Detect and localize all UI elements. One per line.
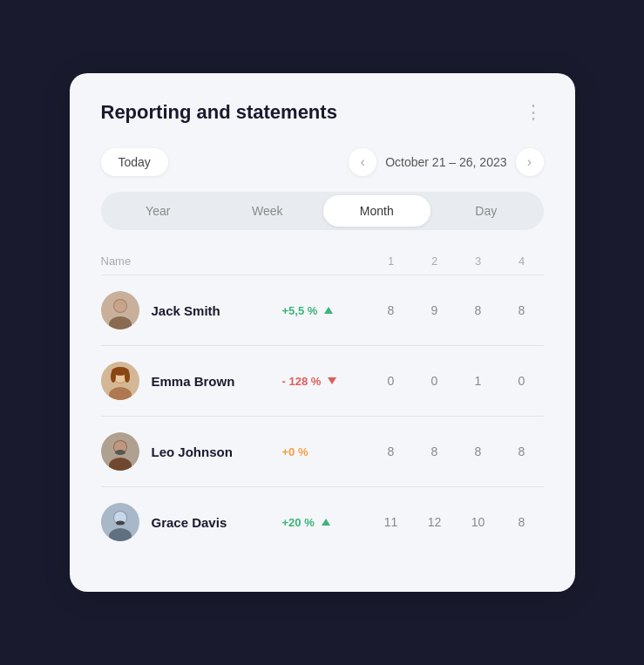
card-header: Reporting and statements ⋮ bbox=[101, 101, 544, 124]
person-name: Leo Johnson bbox=[152, 444, 233, 459]
person-info: Leo Johnson bbox=[101, 432, 282, 471]
avatar bbox=[101, 432, 139, 471]
svg-point-15 bbox=[115, 450, 125, 455]
col-2-header: 2 bbox=[413, 254, 457, 268]
cell-val-3: 1 bbox=[457, 374, 500, 388]
table-row: Jack Smith +5,5 % 8 9 8 8 bbox=[101, 275, 544, 346]
cell-val-4: 8 bbox=[500, 444, 544, 458]
cell-val-2: 8 bbox=[413, 444, 457, 458]
svg-point-20 bbox=[116, 521, 125, 526]
col-4-header: 4 bbox=[500, 254, 544, 268]
avatar bbox=[101, 362, 139, 400]
person-name: Emma Brown bbox=[152, 374, 235, 389]
person-info: Grace Davis bbox=[101, 503, 282, 541]
today-button[interactable]: Today bbox=[101, 148, 168, 176]
date-navigation: ‹ October 21 – 26, 2023 › bbox=[349, 148, 543, 176]
col-name-header: Name bbox=[101, 254, 282, 268]
cell-val-4: 8 bbox=[500, 303, 544, 317]
stat-badge: +0 % bbox=[282, 445, 369, 458]
tab-day[interactable]: Day bbox=[432, 195, 540, 227]
next-date-button[interactable]: › bbox=[516, 148, 544, 176]
cell-val-4: 0 bbox=[500, 374, 544, 388]
cell-val-3: 8 bbox=[457, 444, 500, 458]
svg-point-3 bbox=[114, 300, 126, 312]
cell-val-2: 9 bbox=[413, 303, 457, 317]
cell-val-1: 11 bbox=[369, 515, 413, 529]
cell-val-3: 8 bbox=[457, 303, 500, 317]
tab-week[interactable]: Week bbox=[214, 195, 322, 227]
avatar bbox=[101, 291, 139, 329]
stat-badge: - 128 % bbox=[282, 375, 369, 388]
more-options-icon[interactable]: ⋮ bbox=[524, 103, 544, 122]
cell-val-3: 10 bbox=[457, 515, 500, 529]
person-info: Jack Smith bbox=[101, 291, 282, 329]
controls-row: Today ‹ October 21 – 26, 2023 › bbox=[101, 148, 544, 176]
col-1-header: 1 bbox=[369, 254, 413, 268]
cell-val-1: 8 bbox=[369, 303, 413, 317]
col-3-header: 3 bbox=[457, 254, 500, 268]
page-title: Reporting and statements bbox=[101, 101, 337, 124]
cell-val-2: 12 bbox=[413, 515, 457, 529]
cell-val-2: 0 bbox=[413, 374, 457, 388]
date-range-label: October 21 – 26, 2023 bbox=[385, 155, 506, 169]
arrow-up-icon bbox=[322, 519, 330, 526]
cell-val-1: 0 bbox=[369, 374, 413, 388]
table-row: Leo Johnson +0 % 8 8 8 8 bbox=[101, 417, 544, 487]
table-header: Name 1 2 3 4 bbox=[101, 254, 544, 275]
svg-point-10 bbox=[125, 370, 130, 383]
period-tabs: Year Week Month Day bbox=[101, 192, 544, 230]
person-name: Jack Smith bbox=[152, 303, 220, 318]
avatar bbox=[101, 503, 139, 541]
table-row: Grace Davis +20 % 11 12 10 8 bbox=[101, 487, 544, 557]
tab-month[interactable]: Month bbox=[323, 195, 431, 227]
arrow-down-icon bbox=[328, 377, 336, 384]
stat-badge: +5,5 % bbox=[282, 304, 369, 317]
cell-val-1: 8 bbox=[369, 444, 413, 458]
person-name: Grace Davis bbox=[152, 515, 227, 530]
svg-point-9 bbox=[111, 370, 116, 383]
prev-date-button[interactable]: ‹ bbox=[349, 148, 376, 176]
cell-val-4: 8 bbox=[500, 515, 544, 529]
arrow-up-icon bbox=[324, 307, 333, 314]
table-row: Emma Brown - 128 % 0 0 1 0 bbox=[101, 346, 544, 417]
stat-badge: +20 % bbox=[282, 516, 369, 529]
main-card: Reporting and statements ⋮ Today ‹ Octob… bbox=[70, 73, 575, 592]
person-info: Emma Brown bbox=[101, 362, 282, 400]
tab-year[interactable]: Year bbox=[105, 195, 213, 227]
